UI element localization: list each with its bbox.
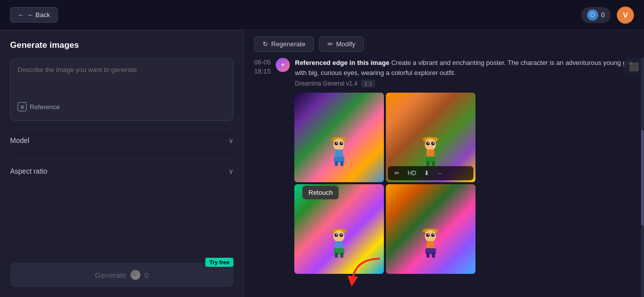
more-button[interactable]: ··· xyxy=(435,169,445,178)
reference-button[interactable]: ⊞ Reference xyxy=(18,100,226,113)
main-layout: Generate images ⊞ Reference Model ∨ Aspe… xyxy=(0,30,644,297)
generate-button[interactable]: Generate ✦ 0 xyxy=(10,263,233,287)
svg-point-17 xyxy=(433,142,434,143)
model-section[interactable]: Model ∨ xyxy=(10,129,233,152)
regenerate-icon: ↻ xyxy=(263,40,268,48)
hd-button[interactable]: HD xyxy=(405,169,419,178)
character-4 xyxy=(420,225,442,260)
svg-point-5 xyxy=(336,142,337,143)
toolbar: ↻ Regenerate ✏ Modify xyxy=(244,30,644,58)
retouch-tooltip: Retouch xyxy=(302,186,339,199)
model-name: Dreamina General v1.4 xyxy=(295,80,357,87)
header: ← ← Back ⬡ 0 V xyxy=(0,0,644,30)
credits-icon: ⬡ xyxy=(587,10,598,21)
svg-point-28 xyxy=(341,234,342,235)
image-cell-1[interactable] xyxy=(294,93,384,182)
svg-point-14 xyxy=(426,142,430,145)
modify-label: Modify xyxy=(336,40,355,48)
scrollbar-thumb[interactable] xyxy=(641,130,644,226)
prompt-textarea[interactable] xyxy=(18,66,226,96)
svg-point-26 xyxy=(340,234,343,237)
message-body: Referenced edge in this image Create a v… xyxy=(295,58,634,88)
generate-btn-wrapper: Try free Generate ✦ 0 xyxy=(10,263,233,287)
svg-point-6 xyxy=(341,142,342,143)
regenerate-label: Regenerate xyxy=(271,40,305,48)
image-grid: ✏ HD ⬇ ··· xyxy=(294,93,475,274)
avatar[interactable]: V xyxy=(617,7,634,24)
dreamina-icon: ✦ xyxy=(276,58,290,72)
header-right: ⬡ 0 V xyxy=(581,7,634,24)
image-action-bar: ✏ HD ⬇ ··· xyxy=(388,166,473,180)
svg-point-38 xyxy=(428,234,429,235)
svg-rect-32 xyxy=(341,253,344,258)
svg-rect-9 xyxy=(335,161,338,166)
credits-badge: ⬡ 0 xyxy=(581,7,611,23)
download-icon: ⬇ xyxy=(424,170,429,177)
right-panel: ↻ Regenerate ✏ Modify 06-05 18:15 ✦ Refe… xyxy=(244,30,644,297)
hd-label: HD xyxy=(408,170,416,177)
generate-credit-count: 0 xyxy=(144,271,148,279)
scrollbar-track[interactable] xyxy=(641,58,644,297)
svg-point-25 xyxy=(335,234,338,237)
svg-point-37 xyxy=(431,234,435,237)
character-3 xyxy=(328,225,351,260)
model-chevron-icon: ∨ xyxy=(228,136,233,144)
svg-point-27 xyxy=(336,234,337,235)
modify-icon: ✏ xyxy=(328,40,333,48)
image-cell-2[interactable]: ✏ HD ⬇ ··· xyxy=(386,93,475,182)
more-icon: ··· xyxy=(437,170,442,177)
aspect-ratio-label: Aspect ratio xyxy=(10,167,47,175)
generate-label: Generate xyxy=(95,271,127,279)
ratio-badge: 1:1 xyxy=(361,80,375,88)
svg-point-16 xyxy=(428,142,429,143)
aspect-ratio-chevron-icon: ∨ xyxy=(228,167,233,175)
model-label: Model xyxy=(10,136,29,144)
svg-rect-21 xyxy=(432,161,435,166)
message-text: Referenced edge in this image Create a v… xyxy=(295,58,634,78)
character-1 xyxy=(328,133,351,169)
svg-point-39 xyxy=(433,234,434,235)
back-arrow-icon: ← xyxy=(18,11,24,19)
back-button[interactable]: ← ← Back xyxy=(10,7,58,23)
panel-title: Generate images xyxy=(10,40,233,50)
download-button[interactable]: ⬇ xyxy=(422,169,432,178)
try-free-badge: Try free xyxy=(205,258,233,267)
edit-icon: ✏ xyxy=(394,170,399,177)
image-grid-container: ✏ HD ⬇ ··· xyxy=(294,93,634,274)
svg-rect-43 xyxy=(432,253,435,258)
svg-point-3 xyxy=(335,142,338,145)
generate-icon: ✦ xyxy=(130,270,140,280)
badge-text: Referenced edge in this image xyxy=(295,59,389,66)
reference-label: Reference xyxy=(30,103,60,111)
retouch-tooltip-label: Retouch xyxy=(308,189,333,196)
left-panel: Generate images ⊞ Reference Model ∨ Aspe… xyxy=(0,30,244,297)
svg-point-4 xyxy=(340,142,343,145)
svg-rect-10 xyxy=(341,161,344,166)
content-area: 06-05 18:15 ✦ Referenced edge in this im… xyxy=(244,58,644,297)
svg-rect-20 xyxy=(427,161,430,166)
retouch-button[interactable]: ✏ xyxy=(392,169,402,178)
reference-icon: ⊞ xyxy=(18,102,27,111)
prompt-input-area: ⊞ Reference xyxy=(10,58,233,121)
character-2 xyxy=(420,133,442,169)
image-cell-4[interactable] xyxy=(386,184,475,274)
save-icon: ⬛ xyxy=(629,62,639,71)
credits-count: 0 xyxy=(601,11,605,19)
message-header: 06-05 18:15 ✦ Referenced edge in this im… xyxy=(254,58,634,88)
svg-point-36 xyxy=(426,234,430,237)
svg-rect-31 xyxy=(335,253,338,258)
svg-rect-42 xyxy=(427,253,430,258)
message-time: 06-05 18:15 xyxy=(254,58,271,76)
modify-button[interactable]: ✏ Modify xyxy=(319,36,364,52)
back-label: ← Back xyxy=(27,11,50,19)
model-info: Dreamina General v1.4 1:1 xyxy=(295,80,634,88)
regenerate-button[interactable]: ↻ Regenerate xyxy=(254,36,314,52)
aspect-ratio-section[interactable]: Aspect ratio ∨ xyxy=(10,160,233,182)
svg-point-15 xyxy=(431,142,435,145)
